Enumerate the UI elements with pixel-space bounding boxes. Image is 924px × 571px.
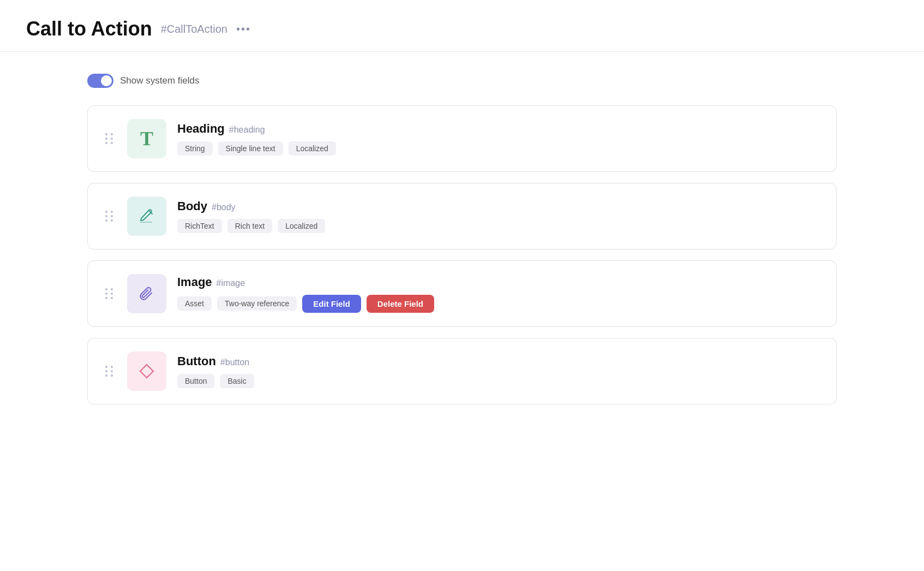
field-tag: Asset	[177, 296, 212, 311]
svg-rect-0	[140, 222, 152, 223]
field-name-row: Image #image	[177, 275, 821, 289]
field-icon: T	[127, 119, 166, 158]
field-icon	[127, 274, 166, 313]
toggle-row: Show system fields	[87, 74, 837, 88]
paperclip-icon	[137, 284, 157, 304]
page-title: Call to Action	[26, 17, 152, 40]
field-name: Button	[177, 354, 216, 368]
toggle-label: Show system fields	[120, 75, 200, 86]
field-info: Heading #heading StringSingle line textL…	[177, 122, 821, 156]
field-card: Image #image AssetTwo-way reference Edit…	[87, 260, 837, 327]
field-hash: #heading	[229, 125, 265, 135]
diamond-icon	[137, 361, 157, 381]
page-hash: #CallToAction	[161, 23, 227, 35]
tags-row: AssetTwo-way reference Edit Field Delete…	[177, 295, 821, 313]
more-options-icon[interactable]: •••	[236, 23, 251, 35]
show-system-fields-toggle[interactable]	[87, 74, 113, 88]
page-header: Call to Action #CallToAction •••	[0, 0, 924, 52]
text-icon: T	[140, 127, 153, 150]
field-name: Heading	[177, 122, 225, 136]
field-info: Body #body RichTextRich textLocalized	[177, 199, 821, 233]
field-icon	[127, 197, 166, 236]
field-name: Image	[177, 275, 212, 289]
field-hash: #body	[212, 203, 236, 212]
field-info: Image #image AssetTwo-way reference Edit…	[177, 275, 821, 313]
delete-field-button[interactable]: Delete Field	[367, 295, 434, 313]
field-card: T Heading #heading StringSingle line tex…	[87, 105, 837, 172]
field-name: Body	[177, 199, 207, 213]
drag-handle[interactable]	[103, 131, 116, 146]
field-tag: Button	[177, 374, 214, 388]
edit-field-button[interactable]: Edit Field	[302, 295, 361, 313]
drag-handle[interactable]	[103, 286, 116, 301]
field-tag: Single line text	[218, 141, 283, 156]
main-content: Show system fields T Heading #heading St…	[0, 52, 924, 437]
drag-handle[interactable]	[103, 364, 116, 379]
field-tag: Localized	[289, 141, 336, 156]
field-tag: Rich text	[227, 219, 272, 233]
field-tag: RichText	[177, 219, 222, 233]
field-name-row: Body #body	[177, 199, 821, 213]
field-tag: String	[177, 141, 213, 156]
field-name-row: Button #button	[177, 354, 821, 368]
edit-icon	[137, 206, 157, 226]
field-name-row: Heading #heading	[177, 122, 821, 136]
fields-list: T Heading #heading StringSingle line tex…	[87, 105, 837, 405]
field-tag: Basic	[220, 374, 254, 388]
tags-row: ButtonBasic	[177, 374, 821, 388]
field-card: Body #body RichTextRich textLocalized	[87, 183, 837, 249]
field-hash: #button	[220, 358, 249, 367]
field-tag: Localized	[278, 219, 325, 233]
tags-row: StringSingle line textLocalized	[177, 141, 821, 156]
field-card: Button #button ButtonBasic	[87, 338, 837, 405]
field-icon	[127, 352, 166, 391]
field-hash: #image	[217, 278, 245, 288]
drag-handle[interactable]	[103, 209, 116, 224]
tags-row: RichTextRich textLocalized	[177, 219, 821, 233]
field-tag: Two-way reference	[217, 296, 297, 311]
field-info: Button #button ButtonBasic	[177, 354, 821, 388]
